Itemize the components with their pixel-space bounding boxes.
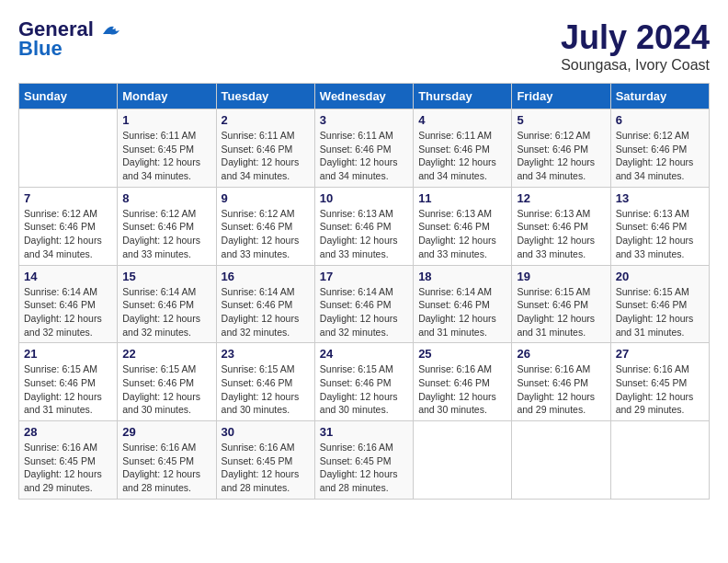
day-number: 20 — [616, 270, 704, 283]
day-info: Sunrise: 6:16 AMSunset: 6:45 PMDaylight:… — [320, 441, 408, 495]
day-info: Sunrise: 6:16 AMSunset: 6:46 PMDaylight:… — [517, 362, 605, 417]
calendar-cell: 6Sunrise: 6:12 AMSunset: 6:46 PMDaylight… — [610, 109, 709, 188]
day-number: 4 — [418, 113, 506, 127]
calendar-cell — [610, 421, 709, 500]
calendar-cell: 31Sunrise: 6:16 AMSunset: 6:45 PMDayligh… — [314, 421, 413, 500]
weekday-header-wednesday: Wednesday — [314, 84, 413, 109]
day-number: 26 — [517, 347, 605, 361]
day-info: Sunrise: 6:12 AMSunset: 6:46 PMDaylight:… — [616, 129, 704, 183]
day-number: 31 — [320, 425, 408, 439]
weekday-header-sunday: Sunday — [19, 84, 118, 109]
day-info: Sunrise: 6:13 AMSunset: 6:46 PMDaylight:… — [517, 207, 605, 261]
weekday-header-tuesday: Tuesday — [216, 84, 314, 109]
day-info: Sunrise: 6:15 AMSunset: 6:46 PMDaylight:… — [616, 285, 704, 339]
calendar-cell: 24Sunrise: 6:15 AMSunset: 6:46 PMDayligh… — [314, 343, 413, 421]
calendar-cell: 29Sunrise: 6:16 AMSunset: 6:45 PMDayligh… — [118, 421, 216, 500]
day-info: Sunrise: 6:15 AMSunset: 6:46 PMDaylight:… — [517, 285, 605, 339]
calendar-cell — [414, 421, 512, 500]
day-info: Sunrise: 6:15 AMSunset: 6:46 PMDaylight:… — [24, 362, 112, 417]
day-number: 17 — [320, 270, 408, 283]
calendar-week-row: 14Sunrise: 6:14 AMSunset: 6:46 PMDayligh… — [19, 265, 710, 343]
calendar-cell: 16Sunrise: 6:14 AMSunset: 6:46 PMDayligh… — [216, 265, 314, 343]
day-info: Sunrise: 6:16 AMSunset: 6:45 PMDaylight:… — [616, 362, 704, 417]
day-number: 16 — [222, 270, 310, 283]
calendar-cell: 7Sunrise: 6:12 AMSunset: 6:46 PMDaylight… — [19, 187, 118, 265]
weekday-header-thursday: Thursday — [414, 84, 512, 109]
page-header: General Blue July 2024 Soungasa, Ivory C… — [18, 18, 710, 74]
calendar-cell: 20Sunrise: 6:15 AMSunset: 6:46 PMDayligh… — [610, 265, 709, 343]
day-info: Sunrise: 6:15 AMSunset: 6:46 PMDaylight:… — [222, 362, 310, 417]
day-info: Sunrise: 6:12 AMSunset: 6:46 PMDaylight:… — [24, 207, 112, 261]
day-info: Sunrise: 6:11 AMSunset: 6:46 PMDaylight:… — [222, 129, 310, 183]
day-number: 29 — [122, 425, 210, 439]
day-info: Sunrise: 6:14 AMSunset: 6:46 PMDaylight:… — [122, 285, 210, 339]
day-info: Sunrise: 6:13 AMSunset: 6:46 PMDaylight:… — [616, 207, 704, 261]
calendar-week-row: 7Sunrise: 6:12 AMSunset: 6:46 PMDaylight… — [19, 187, 710, 265]
day-info: Sunrise: 6:11 AMSunset: 6:46 PMDaylight:… — [320, 129, 408, 183]
day-info: Sunrise: 6:12 AMSunset: 6:46 PMDaylight:… — [517, 129, 605, 183]
day-number: 6 — [616, 113, 704, 127]
day-info: Sunrise: 6:15 AMSunset: 6:46 PMDaylight:… — [122, 362, 210, 417]
day-number: 7 — [24, 191, 112, 205]
day-number: 10 — [320, 191, 408, 205]
calendar-cell: 10Sunrise: 6:13 AMSunset: 6:46 PMDayligh… — [314, 187, 413, 265]
calendar-cell: 4Sunrise: 6:11 AMSunset: 6:46 PMDaylight… — [414, 109, 512, 188]
day-info: Sunrise: 6:16 AMSunset: 6:46 PMDaylight:… — [418, 362, 506, 417]
day-info: Sunrise: 6:16 AMSunset: 6:45 PMDaylight:… — [222, 441, 310, 495]
day-number: 22 — [122, 347, 210, 361]
day-info: Sunrise: 6:11 AMSunset: 6:45 PMDaylight:… — [122, 129, 210, 183]
weekday-header-friday: Friday — [512, 84, 610, 109]
day-info: Sunrise: 6:13 AMSunset: 6:46 PMDaylight:… — [418, 207, 506, 261]
calendar-cell: 25Sunrise: 6:16 AMSunset: 6:46 PMDayligh… — [414, 343, 512, 421]
day-number: 12 — [517, 191, 605, 205]
day-number: 13 — [616, 191, 704, 205]
calendar-table: SundayMondayTuesdayWednesdayThursdayFrid… — [18, 83, 710, 500]
day-number: 25 — [418, 347, 506, 361]
day-number: 24 — [320, 347, 408, 361]
calendar-cell — [19, 109, 118, 188]
day-info: Sunrise: 6:16 AMSunset: 6:45 PMDaylight:… — [122, 441, 210, 495]
day-number: 14 — [24, 270, 112, 283]
calendar-cell: 8Sunrise: 6:12 AMSunset: 6:46 PMDaylight… — [118, 187, 216, 265]
calendar-cell: 3Sunrise: 6:11 AMSunset: 6:46 PMDaylight… — [314, 109, 413, 188]
day-number: 15 — [122, 270, 210, 283]
calendar-cell: 14Sunrise: 6:14 AMSunset: 6:46 PMDayligh… — [19, 265, 118, 343]
day-info: Sunrise: 6:13 AMSunset: 6:46 PMDaylight:… — [320, 207, 408, 261]
location-text: Soungasa, Ivory Coast — [561, 57, 710, 74]
calendar-week-row: 21Sunrise: 6:15 AMSunset: 6:46 PMDayligh… — [19, 343, 710, 421]
calendar-cell: 26Sunrise: 6:16 AMSunset: 6:46 PMDayligh… — [512, 343, 610, 421]
day-info: Sunrise: 6:14 AMSunset: 6:46 PMDaylight:… — [418, 285, 506, 339]
day-number: 21 — [24, 347, 112, 361]
calendar-cell: 18Sunrise: 6:14 AMSunset: 6:46 PMDayligh… — [414, 265, 512, 343]
calendar-cell: 28Sunrise: 6:16 AMSunset: 6:45 PMDayligh… — [19, 421, 118, 500]
month-title: July 2024 — [561, 18, 710, 57]
calendar-cell: 22Sunrise: 6:15 AMSunset: 6:46 PMDayligh… — [118, 343, 216, 421]
day-number: 1 — [122, 113, 210, 127]
day-number: 9 — [222, 191, 310, 205]
weekday-header-monday: Monday — [118, 84, 216, 109]
calendar-cell: 19Sunrise: 6:15 AMSunset: 6:46 PMDayligh… — [512, 265, 610, 343]
calendar-header-row: SundayMondayTuesdayWednesdayThursdayFrid… — [19, 84, 710, 109]
logo-blue-text: Blue — [18, 37, 63, 61]
day-number: 23 — [222, 347, 310, 361]
day-number: 11 — [418, 191, 506, 205]
day-info: Sunrise: 6:14 AMSunset: 6:46 PMDaylight:… — [320, 285, 408, 339]
day-info: Sunrise: 6:12 AMSunset: 6:46 PMDaylight:… — [122, 207, 210, 261]
title-area: July 2024 Soungasa, Ivory Coast — [561, 18, 710, 74]
calendar-week-row: 28Sunrise: 6:16 AMSunset: 6:45 PMDayligh… — [19, 421, 710, 500]
calendar-cell: 2Sunrise: 6:11 AMSunset: 6:46 PMDaylight… — [216, 109, 314, 188]
calendar-cell: 5Sunrise: 6:12 AMSunset: 6:46 PMDaylight… — [512, 109, 610, 188]
calendar-cell: 17Sunrise: 6:14 AMSunset: 6:46 PMDayligh… — [314, 265, 413, 343]
day-info: Sunrise: 6:11 AMSunset: 6:46 PMDaylight:… — [418, 129, 506, 183]
calendar-cell: 21Sunrise: 6:15 AMSunset: 6:46 PMDayligh… — [19, 343, 118, 421]
calendar-cell — [512, 421, 610, 500]
day-info: Sunrise: 6:16 AMSunset: 6:45 PMDaylight:… — [24, 441, 112, 495]
day-number: 18 — [418, 270, 506, 283]
day-number: 19 — [517, 270, 605, 283]
calendar-week-row: 1Sunrise: 6:11 AMSunset: 6:45 PMDaylight… — [19, 109, 710, 188]
calendar-cell: 15Sunrise: 6:14 AMSunset: 6:46 PMDayligh… — [118, 265, 216, 343]
weekday-header-saturday: Saturday — [610, 84, 709, 109]
day-info: Sunrise: 6:15 AMSunset: 6:46 PMDaylight:… — [320, 362, 408, 417]
day-number: 3 — [320, 113, 408, 127]
calendar-cell: 30Sunrise: 6:16 AMSunset: 6:45 PMDayligh… — [216, 421, 314, 500]
